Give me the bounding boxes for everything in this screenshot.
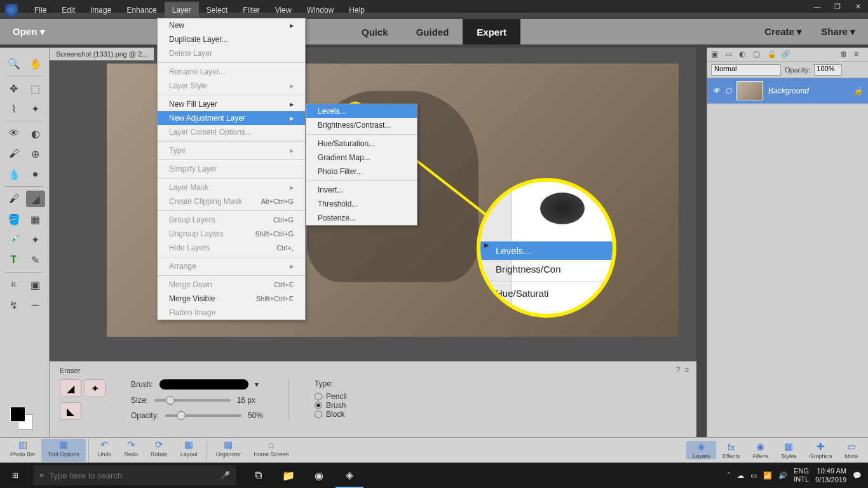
mask-icon[interactable]: ▢ (753, 50, 763, 60)
lock-icon[interactable]: 🔒 (767, 50, 777, 60)
action-redo[interactable]: ↷Redo (118, 439, 145, 462)
mode-quick[interactable]: Quick (348, 19, 402, 44)
shape-tool[interactable]: ✦ (26, 231, 45, 248)
window-maximize[interactable]: ❐ (829, 1, 846, 12)
action-layers[interactable]: ◈Layers (686, 441, 716, 459)
action-more[interactable]: ▭More (838, 441, 864, 459)
search-input[interactable] (49, 471, 215, 480)
menu-help[interactable]: Help (341, 2, 372, 18)
submenu-hue-saturation-[interactable]: Hue/Saturation... (306, 137, 417, 151)
action-organizer[interactable]: ▦Organizer (210, 439, 248, 462)
panel-menu-icon[interactable]: ≡ (854, 50, 864, 60)
mode-expert[interactable]: Expert (463, 19, 520, 44)
wifi-icon[interactable]: 📶 (763, 471, 772, 480)
zoom-tool[interactable]: 🔍 (4, 55, 24, 72)
action-layout[interactable]: ▦Layout (174, 439, 204, 462)
options-menu-icon[interactable]: ≡ (684, 365, 689, 374)
menu-edit[interactable]: Edit (54, 2, 83, 18)
create-button[interactable]: Create ▾ (764, 26, 802, 37)
action-home-screen[interactable]: ⌂Home Screen (247, 439, 295, 462)
volume-icon[interactable]: 🔊 (778, 471, 787, 480)
action-styles[interactable]: ▦Styles (775, 441, 803, 459)
eyedropper-tool[interactable]: 💉 (4, 231, 24, 248)
adjustment-layer-icon[interactable]: ◐ (739, 50, 749, 60)
pencil-tool[interactable]: ✎ (26, 252, 45, 268)
blend-mode-select[interactable]: Normal (711, 64, 781, 76)
battery-icon[interactable]: ▭ (750, 471, 757, 480)
menu-filter[interactable]: Filter (235, 2, 268, 18)
visibility-icon[interactable]: 👁 (712, 86, 720, 95)
submenu-invert-[interactable]: Invert... (306, 183, 417, 197)
tray-lang[interactable]: ENG (794, 467, 809, 475)
action-tool-options[interactable]: ▦Tool Options (41, 439, 86, 462)
window-close[interactable]: ✕ (849, 1, 867, 12)
open-button[interactable]: Open ▾ (0, 26, 58, 37)
menu-enhance[interactable]: Enhance (119, 2, 164, 18)
text-tool[interactable]: T (4, 252, 24, 268)
menu-layer[interactable]: Layer (165, 2, 199, 18)
tray-clock[interactable]: 10:49 AM9/13/2019 (815, 466, 846, 484)
action-photo-bin[interactable]: ▥Photo Bin (4, 439, 41, 462)
brush-tool[interactable]: 🖌 (4, 191, 24, 207)
layer-menu-new-adjustment-layer[interactable]: New Adjustment Layer▶ (158, 111, 305, 125)
menu-view[interactable]: View (268, 2, 299, 18)
move-tool[interactable]: ✥ (4, 80, 24, 97)
new-group-icon[interactable]: ▭ (725, 50, 735, 60)
paint-bucket-tool[interactable]: 🪣 (4, 211, 24, 227)
submenu-brightness-contrast-[interactable]: Brightness/Contrast... (306, 118, 417, 132)
eraser-tool[interactable]: ◢ (26, 191, 45, 207)
size-slider[interactable] (154, 399, 231, 402)
eraser-mode-1[interactable]: ◢ (60, 379, 81, 397)
submenu-gradient-map-[interactable]: Gradient Map... (306, 151, 417, 165)
action-undo[interactable]: ↶Undo (92, 439, 118, 462)
menu-image[interactable]: Image (83, 2, 119, 18)
action-filters[interactable]: ◉Filters (746, 441, 775, 459)
color-swatch[interactable] (10, 407, 33, 430)
tray-up-icon[interactable]: ˄ (727, 471, 731, 480)
menu-window[interactable]: Window (299, 2, 342, 18)
layer-menu-merge-visible[interactable]: Merge VisibleShift+Ctrl+E (158, 292, 305, 306)
layer-menu-new-fill-layer[interactable]: New Fill Layer▶ (158, 97, 305, 111)
layer-menu-new[interactable]: New▶ (158, 18, 305, 32)
mic-icon[interactable]: 🎤 (220, 471, 230, 480)
straighten-tool[interactable]: ─ (26, 297, 45, 313)
type-radio-block[interactable]: Block (315, 410, 347, 419)
help-icon[interactable]: ? (676, 365, 681, 374)
submenu-threshold-[interactable]: Threshold... (306, 197, 417, 211)
sponge-tool[interactable]: ● (26, 166, 45, 182)
chrome-icon[interactable]: ◉ (305, 463, 333, 488)
new-layer-icon[interactable]: ▣ (711, 50, 721, 60)
type-radio-brush[interactable]: Brush (315, 401, 347, 410)
file-explorer-icon[interactable]: 📁 (275, 463, 302, 488)
share-button[interactable]: Share ▾ (821, 26, 855, 37)
submenu-levels-[interactable]: Levels... (306, 104, 417, 118)
submenu-photo-filter-[interactable]: Photo Filter... (306, 165, 417, 179)
eraser-mode-2[interactable]: ✦ (84, 379, 105, 397)
quick-select-tool[interactable]: ✦ (26, 100, 45, 117)
action-rotate[interactable]: ⟳Rotate (144, 439, 174, 462)
gradient-tool[interactable]: ▦ (26, 211, 45, 227)
spot-heal-tool[interactable]: ◐ (26, 125, 45, 142)
trash-icon[interactable]: 🗑 (840, 50, 850, 60)
layer-item-background[interactable]: 👁 ⬡ Background 🔒 (707, 78, 868, 104)
start-button[interactable]: ⊞ (0, 463, 31, 488)
action-effects[interactable]: fxEffects (716, 441, 746, 459)
smart-brush-tool[interactable]: 🖌 (4, 146, 24, 162)
menu-select[interactable]: Select (199, 2, 235, 18)
content-aware-tool[interactable]: ↯ (4, 297, 24, 313)
lasso-tool[interactable]: ⌇ (4, 100, 24, 117)
task-view-icon[interactable]: ⧉ (244, 463, 272, 488)
onedrive-icon[interactable]: ☁ (737, 471, 744, 480)
submenu-posterize-[interactable]: Posterize... (306, 211, 417, 225)
mode-guided[interactable]: Guided (402, 19, 463, 44)
hand-tool[interactable]: ✋ (26, 55, 45, 72)
brush-preview[interactable] (159, 379, 248, 390)
crop-tool[interactable]: ⌗ (4, 276, 24, 293)
opacity-input[interactable]: 100% (814, 64, 842, 76)
taskbar-search[interactable]: ○ 🎤 (33, 465, 236, 485)
tray-kbd[interactable]: INTL (794, 475, 809, 484)
document-tab[interactable]: Screenshot (1331).png @ 2... (50, 48, 154, 60)
redeye-tool[interactable]: 👁 (4, 125, 24, 142)
recompose-tool[interactable]: ▣ (26, 276, 45, 293)
eraser-mode-3[interactable]: ◣ (60, 402, 81, 420)
